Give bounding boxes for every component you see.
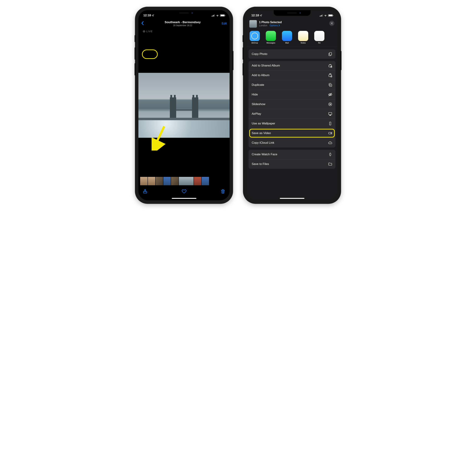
action-copy-photo[interactable]: Copy Photo (248, 49, 335, 59)
action-airplay[interactable]: AirPlay (248, 109, 335, 119)
bottom-toolbar (138, 187, 230, 197)
battery-icon (220, 14, 225, 17)
svg-rect-17 (330, 153, 331, 156)
screen-left: 12:18 Southwark - Bermondsey 28 Septembe… (138, 10, 230, 200)
reminders-icon (314, 31, 324, 41)
notch (274, 10, 311, 16)
hide-icon (328, 92, 332, 97)
thumbnail-selected[interactable] (179, 177, 194, 185)
share-app-mail[interactable]: Mail (282, 31, 292, 44)
action-duplicate[interactable]: Duplicate (248, 80, 335, 90)
cellular-icon (320, 14, 323, 16)
action-save-to-files[interactable]: Save to Files (248, 159, 335, 169)
messages-icon (266, 31, 276, 41)
action-copy-icloud-link[interactable]: Copy iCloud Link (248, 138, 335, 148)
copy-icon (328, 52, 332, 56)
airplay-icon (328, 112, 332, 116)
svg-rect-15 (330, 122, 331, 125)
home-indicator[interactable] (172, 198, 196, 199)
phone-icon (328, 121, 332, 126)
photo-image (138, 73, 230, 138)
cellular-icon (212, 14, 215, 16)
share-app-airdrop[interactable]: AirDrop (250, 31, 260, 44)
status-time: 12:18 (143, 14, 151, 17)
icloud-link-icon (328, 141, 332, 145)
svg-point-0 (144, 31, 144, 32)
nav-bar: Southwark - Bermondsey 28 September 16:2… (138, 19, 230, 28)
action-create-watch-face[interactable]: Create Watch Face (248, 150, 335, 159)
battery-icon (328, 14, 333, 17)
location-icon (152, 14, 154, 17)
wifi-icon (324, 14, 327, 17)
mail-icon (282, 31, 292, 41)
share-button[interactable] (143, 189, 148, 194)
close-icon (331, 22, 333, 25)
action-add-shared-album[interactable]: Add to Shared Album (248, 61, 335, 71)
photo-viewport[interactable] (138, 33, 230, 177)
shared-album-icon (328, 64, 332, 68)
share-app-messages[interactable]: Messages (266, 31, 276, 44)
photo-subtitle: 28 September 16:22 (165, 24, 201, 27)
svg-rect-16 (329, 132, 331, 134)
action-hide[interactable]: Hide (248, 90, 335, 99)
heart-icon (182, 189, 187, 194)
folder-icon (328, 162, 332, 166)
chevron-right-icon (278, 25, 280, 26)
live-icon (143, 30, 145, 33)
share-location: London (259, 24, 267, 27)
share-action-list: Copy Photo Add to Shared Album Add to Al… (246, 47, 338, 171)
action-save-as-video[interactable]: Save as Video (248, 128, 335, 138)
share-icon (143, 189, 148, 194)
favorite-button[interactable] (182, 189, 187, 194)
live-badge: LIVE (141, 30, 154, 33)
share-app-notes[interactable]: Notes (298, 31, 308, 44)
status-time: 12:18 (251, 14, 259, 17)
share-thumbnail (249, 20, 257, 28)
close-button[interactable] (329, 21, 334, 26)
thumbnail-strip[interactable] (138, 177, 230, 185)
notch (166, 10, 203, 16)
action-add-album[interactable]: Add to Album (248, 71, 335, 80)
share-sheet-header: 1 Photo Selected London Options (246, 19, 338, 30)
share-app-reminders[interactable]: Re (314, 31, 324, 44)
share-options-button[interactable]: Options (270, 24, 280, 27)
location-icon (260, 14, 262, 17)
edit-button[interactable]: Edit (222, 22, 227, 25)
action-slideshow[interactable]: Slideshow (248, 99, 335, 109)
add-album-icon (328, 73, 332, 77)
back-button[interactable] (141, 21, 144, 26)
phone-frame-right: 12:18 1 Photo Selected London Options (243, 7, 341, 204)
svg-point-8 (331, 66, 332, 67)
delete-button[interactable] (221, 189, 225, 194)
duplicate-icon (328, 83, 332, 87)
home-indicator[interactable] (280, 198, 304, 199)
watch-icon (328, 152, 332, 156)
notes-icon (298, 31, 308, 41)
svg-point-1 (143, 31, 145, 33)
action-use-wallpaper[interactable]: Use as Wallpaper (248, 119, 335, 128)
screen-right: 12:18 1 Photo Selected London Options (246, 10, 338, 200)
photo-title: Southwark - Bermondsey (165, 21, 201, 24)
trash-icon (221, 189, 225, 194)
phone-frame-left: 12:18 Southwark - Bermondsey 28 Septembe… (135, 7, 233, 204)
svg-rect-5 (330, 52, 332, 55)
share-app-row[interactable]: AirDrop Messages Mail Notes Re (246, 30, 338, 47)
airdrop-icon (250, 31, 260, 41)
share-title: 1 Photo Selected (259, 21, 282, 24)
video-icon (328, 131, 332, 135)
play-circle-icon (328, 102, 332, 106)
wifi-icon (216, 14, 219, 17)
